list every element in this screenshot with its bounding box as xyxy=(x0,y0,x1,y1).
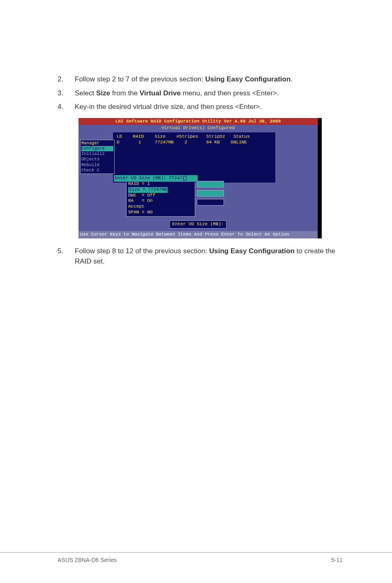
text-fragment: from the xyxy=(110,89,140,97)
footer-product: ASUS Z8NA-D6 Series xyxy=(58,557,117,563)
footer-page-number: 5-11 xyxy=(331,557,343,563)
val-stripsz: 64 KB xyxy=(206,140,220,145)
col-stripsz: StripSz xyxy=(206,134,225,139)
vd-table-header: LD RAID Size #Stripes StripSz Status xyxy=(117,134,272,140)
menu-rebuild: Rebuild xyxy=(81,162,113,168)
bold-text: Virtual Drive xyxy=(140,89,181,97)
bios-subtitle: Virtual Drive(s) Configured xyxy=(78,125,318,132)
val-stripes: 2 xyxy=(184,140,187,145)
menu-check: Check C xyxy=(81,168,113,173)
col-raid: RAID xyxy=(133,134,144,139)
enter-vd-size-label: Enter VD Size (MB): xyxy=(169,220,226,229)
param-accept: Accept xyxy=(128,204,193,210)
param-span: SPAN = NO xyxy=(128,210,193,215)
side-menu: Manager Configure Initializ Objects Rebu… xyxy=(80,140,115,174)
vd-size-input: Enter VD Size (MB): 77247 xyxy=(114,175,198,182)
param-dwc: DWC = Off xyxy=(128,193,193,199)
graph-box xyxy=(197,181,224,187)
menu-manager: Manager xyxy=(81,141,113,146)
graph-boxes xyxy=(197,181,224,208)
step-number: 3. xyxy=(58,88,75,99)
val-ld: 0 xyxy=(117,140,120,145)
step-number: 2. xyxy=(58,74,75,85)
menu-objects: Objects xyxy=(81,157,113,162)
bios-help-bar: Use Cursor Keys to Navigate Between Item… xyxy=(78,231,318,238)
bios-title-bar: LSI Software RAID Configuration Utility … xyxy=(78,118,318,125)
step-3: 3. Select Size from the Virtual Drive me… xyxy=(58,88,343,99)
text-fragment: Follow step 2 to 7 of the previous secti… xyxy=(75,75,205,83)
input-text: Enter VD Size (MB): 77247 xyxy=(115,176,182,181)
bold-text: Using Easy Configuration xyxy=(205,75,291,83)
bold-text: Using Easy Configuration xyxy=(209,247,295,255)
bios-body: LD RAID Size #Stripes StripSz Status 0 1… xyxy=(78,132,318,231)
col-ld: LD xyxy=(117,134,122,139)
step-text: Follow step 2 to 7 of the previous secti… xyxy=(75,74,343,85)
text-fragment: Follow step 8 to 12 of the previous sect… xyxy=(75,247,209,255)
step-4: 4. Key-in the desired virtual drive size… xyxy=(58,102,343,112)
col-status: Status xyxy=(233,134,250,139)
cursor-icon xyxy=(183,176,187,180)
text-fragment: . xyxy=(291,75,293,83)
graph-box xyxy=(197,190,224,197)
step-number: 4. xyxy=(58,102,75,112)
val-size: 77247MB xyxy=(154,140,173,145)
page-footer: ASUS Z8NA-D6 Series 5-11 xyxy=(0,552,392,563)
vd-table-row: 0 1 77247MB 2 64 KB ONLINE xyxy=(117,140,272,146)
step-5: 5. Follow step 8 to 12 of the previous s… xyxy=(58,246,343,267)
step-text: Key-in the desired virtual drive size, a… xyxy=(75,102,343,112)
step-2: 2. Follow step 2 to 7 of the previous se… xyxy=(58,74,343,85)
col-size: Size xyxy=(154,134,165,139)
param-size: Size = 77247MB xyxy=(128,187,168,193)
graph-box xyxy=(197,199,224,206)
text-fragment: Select xyxy=(75,89,96,97)
step-text: Select Size from the Virtual Drive menu,… xyxy=(75,88,343,99)
val-status: ONLINE xyxy=(231,140,247,145)
step-list-continued: 5. Follow step 8 to 12 of the previous s… xyxy=(58,246,343,267)
menu-configure: Configure xyxy=(81,146,113,151)
bold-text: Size xyxy=(96,89,110,97)
parameter-panel: RAID = 1 Size = 77247MB DWC = Off RA = O… xyxy=(126,180,195,217)
val-raid: 1 xyxy=(138,140,141,145)
text-fragment: menu, and then press <Enter>. xyxy=(181,89,279,97)
bios-screenshot: LSI Software RAID Configuration Utility … xyxy=(78,118,322,238)
page-content: 2. Follow step 2 to 7 of the previous se… xyxy=(0,0,392,267)
col-stripes: #Stripes xyxy=(176,134,198,139)
step-number: 5. xyxy=(58,246,75,267)
menu-initialize: Initializ xyxy=(81,151,113,157)
step-text: Follow step 8 to 12 of the previous sect… xyxy=(75,246,343,267)
step-list: 2. Follow step 2 to 7 of the previous se… xyxy=(58,74,343,112)
param-raid: RAID = 1 xyxy=(128,181,193,187)
param-ra: RA = On xyxy=(128,198,193,204)
